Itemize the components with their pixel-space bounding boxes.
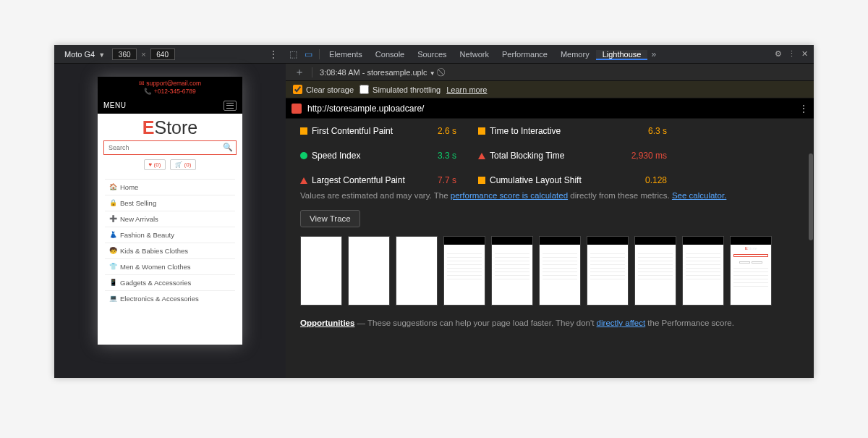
search-icon[interactable]: 🔍: [223, 143, 233, 152]
metric-label: Cumulative Layout Shift: [490, 175, 616, 185]
inspect-icon[interactable]: ⬚: [286, 49, 301, 59]
tab-console[interactable]: Console: [369, 50, 411, 59]
wishlist-button[interactable]: ♥ (0): [144, 159, 166, 170]
category-item[interactable]: 📱Gadgets & Accessories: [105, 274, 235, 290]
device-menu-icon[interactable]: ⋮: [265, 49, 281, 60]
category-item[interactable]: 🔒Best Selling: [105, 195, 235, 211]
category-label: New Arrivals: [120, 215, 158, 223]
close-icon[interactable]: ✕: [801, 49, 808, 59]
metric-status-icon: [478, 127, 485, 135]
category-icon: 💻: [109, 295, 116, 302]
tab-network[interactable]: Network: [454, 50, 495, 59]
more-tabs-icon[interactable]: »: [647, 49, 660, 59]
filmstrip-frame[interactable]: [396, 236, 438, 306]
filmstrip-frame[interactable]: [491, 236, 533, 306]
clear-icon[interactable]: ⃠: [440, 67, 446, 77]
metric-status-icon: [478, 177, 485, 184]
support-phone: +012-345-6789: [154, 88, 196, 95]
opportunities-section: Opportunities — These suggestions can he…: [286, 319, 814, 327]
category-item[interactable]: ➕New Arrivals: [105, 211, 235, 227]
tab-lighthouse[interactable]: Lighthouse: [596, 50, 648, 60]
view-trace-button[interactable]: View Trace: [300, 210, 360, 227]
learn-more-link[interactable]: Learn more: [446, 85, 487, 94]
estore-brand: EStore: [98, 114, 242, 140]
tab-sources[interactable]: Sources: [411, 50, 453, 59]
category-label: Home: [120, 183, 138, 191]
category-icon: 👕: [109, 263, 116, 270]
gear-icon[interactable]: ⚙: [775, 49, 782, 59]
metric-value: 3.3 s: [420, 151, 456, 161]
category-item[interactable]: 🏠Home: [105, 179, 235, 195]
estore-search[interactable]: 🔍: [103, 140, 237, 155]
tab-memory[interactable]: Memory: [554, 50, 596, 59]
category-label: Fashion & Beauty: [120, 231, 174, 239]
metric-value: 2,930 ms: [616, 151, 667, 161]
tab-performance[interactable]: Performance: [495, 50, 554, 59]
filmstrip-frame[interactable]: EStore: [730, 236, 772, 306]
menu-label: MENU: [103, 101, 126, 109]
search-input[interactable]: [103, 140, 237, 155]
report-picker[interactable]: 3:08:48 AM - storesample.uplc ▼: [315, 68, 440, 77]
category-label: Best Selling: [120, 199, 156, 207]
metric-value: 6.3 s: [616, 126, 667, 136]
metric-value: 0.128: [616, 175, 667, 185]
devtools-panel: ⬚ ▭ ElementsConsoleSourcesNetworkPerform…: [286, 45, 814, 378]
device-height-input[interactable]: 640: [150, 49, 175, 60]
devtools-tabstrip: ⬚ ▭ ElementsConsoleSourcesNetworkPerform…: [286, 45, 814, 64]
audited-url-bar: http://storesample.uploadcare/ ⋮: [286, 98, 814, 119]
clear-storage-check[interactable]: Clear storage: [293, 85, 354, 94]
device-name-label: Moto G4: [64, 50, 95, 59]
score-calc-link[interactable]: performance score is calculated: [451, 191, 568, 200]
filmstrip-frame[interactable]: [682, 236, 724, 306]
estore-menubar: MENU: [98, 98, 242, 114]
metric-label: Speed Index: [312, 151, 420, 161]
category-list: 🏠Home🔒Best Selling➕New Arrivals👗Fashion …: [105, 176, 235, 309]
metric-value: 7.7 s: [420, 175, 456, 185]
phone-icon: 📞: [144, 88, 152, 95]
tab-elements[interactable]: Elements: [323, 50, 369, 59]
category-label: Gadgets & Accessories: [120, 279, 191, 287]
category-icon: 👗: [109, 231, 116, 238]
category-icon: 🔒: [109, 199, 116, 206]
filmstrip-frame[interactable]: [587, 236, 629, 306]
filmstrip-frame[interactable]: [634, 236, 676, 306]
filmstrip-frame[interactable]: [539, 236, 581, 306]
metric-value: 2.6 s: [420, 126, 456, 136]
category-label: Men & Women Clothes: [120, 263, 191, 271]
filmstrip-frame[interactable]: [443, 236, 485, 306]
category-icon: ➕: [109, 215, 116, 222]
metric-status-icon: [300, 152, 307, 159]
category-item[interactable]: 👕Men & Women Clothes: [105, 258, 235, 274]
kebab-icon[interactable]: ⋮: [788, 49, 796, 59]
device-width-input[interactable]: 360: [112, 49, 137, 60]
see-calculator-link[interactable]: See calculator.: [672, 191, 726, 200]
category-label: Kids & Babies Clothes: [120, 247, 188, 255]
brand-e: E: [142, 117, 155, 138]
metric-label: First Contentful Paint: [312, 126, 420, 136]
metric-label: Time to Interactive: [490, 126, 616, 136]
filmstrip: EStore: [286, 236, 814, 319]
filmstrip-frame[interactable]: [300, 236, 342, 306]
metrics-grid: First Contentful Paint2.6 sTime to Inter…: [286, 119, 814, 191]
device-picker[interactable]: Moto G4 ▼: [59, 50, 111, 59]
device-toggle-icon[interactable]: ▭: [301, 49, 316, 59]
cart-button[interactable]: 🛒 (0): [170, 159, 196, 170]
report-menu-icon[interactable]: ⋮: [799, 104, 808, 114]
dimension-x: ×: [141, 50, 145, 59]
lighthouse-icon: [292, 104, 302, 114]
category-item[interactable]: 💻Electronics & Accessories: [105, 290, 235, 306]
chevron-down-icon: ▼: [98, 51, 105, 59]
simulated-throttling-check[interactable]: Simulated throttling: [359, 85, 441, 94]
hamburger-icon[interactable]: [224, 101, 237, 111]
filmstrip-frame[interactable]: [348, 236, 390, 306]
metric-status-icon: [478, 153, 485, 159]
category-icon: 🧒: [109, 247, 116, 254]
new-report-icon[interactable]: ＋: [290, 66, 309, 79]
metrics-note: Values are estimated and may vary. The p…: [286, 191, 814, 207]
category-item[interactable]: 👗Fashion & Beauty: [105, 227, 235, 243]
directly-affect-link[interactable]: directly affect: [597, 319, 646, 327]
audited-url: http://storesample.uploadcare/: [307, 104, 424, 114]
category-item[interactable]: 🧒Kids & Babies Clothes: [105, 243, 235, 258]
estore-page: ✉ support@email.com 📞 +012-345-6789 MENU…: [98, 77, 242, 345]
chevron-down-icon: ▼: [430, 70, 435, 77]
